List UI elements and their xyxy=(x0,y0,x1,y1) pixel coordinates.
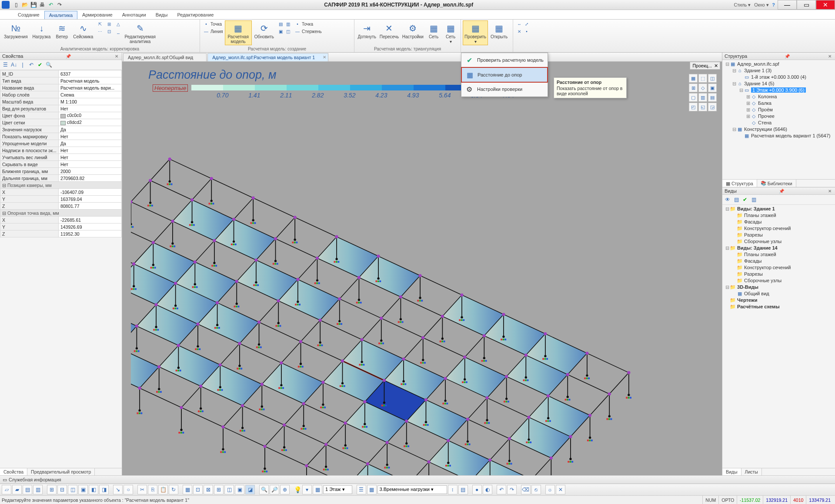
bb-btn[interactable]: ⊞ xyxy=(47,485,57,494)
menu-check-settings[interactable]: ⚙Настройки проверки xyxy=(461,82,548,97)
btn-intersect[interactable]: ✕Пересечь xyxy=(378,20,400,41)
model-canvas[interactable]: Расстояние до опор, м Неопертые0.701.412… xyxy=(122,62,722,475)
property-grid[interactable]: M_ID6337Тип видаРасчетная модельНазвание… xyxy=(0,70,122,468)
btn-load[interactable]: ↓Нагрузка xyxy=(30,20,53,41)
bb-btn[interactable]: ✕ xyxy=(556,485,565,494)
bb-btn[interactable]: ↘ xyxy=(113,485,123,494)
bb-btn[interactable]: ⊡ xyxy=(193,485,203,494)
grid-btn[interactable]: ▥ xyxy=(285,21,291,27)
bb-btn[interactable]: ◪ xyxy=(245,485,255,494)
bb-btn[interactable]: ▰ xyxy=(12,485,22,494)
small-btn[interactable]: △ xyxy=(114,20,123,27)
bb-btn[interactable]: ↻ xyxy=(169,485,178,494)
bb-btn[interactable]: ⎋ xyxy=(531,485,541,494)
bb-btn[interactable]: 📋 xyxy=(158,485,168,494)
vt-icon[interactable]: ▥ xyxy=(750,196,758,204)
bb-btn[interactable]: ▱ xyxy=(2,485,11,494)
close-panel-icon[interactable]: ✕ xyxy=(827,54,833,59)
service-info-bar[interactable]: ▭ Служебная информация xyxy=(0,475,835,484)
window-menu[interactable]: Окно ▾ xyxy=(754,2,768,7)
tab-edit[interactable]: Редактирование xyxy=(172,10,218,19)
btn-mesh[interactable]: ▦Сеть xyxy=(425,20,442,41)
pin-icon[interactable]: 📌 xyxy=(64,54,72,59)
projection-panel-header[interactable]: Проекц... ✕ xyxy=(690,62,720,70)
del-icon[interactable]: ✕ xyxy=(516,28,522,34)
bb-btn[interactable]: ◐ xyxy=(483,485,492,494)
tab-libraries[interactable]: 📚Библиотеки xyxy=(757,180,796,187)
bb-btn[interactable]: ▦ xyxy=(183,485,192,494)
qat-undo-icon[interactable]: ↶ xyxy=(47,1,55,9)
bb-btn[interactable]: ▦ xyxy=(313,485,322,494)
bb-btn[interactable]: ⎘ xyxy=(148,485,157,494)
bb-btn[interactable]: ↕ xyxy=(448,485,458,494)
structure-tree[interactable]: ⊟▦ Адлер_молл.ifc.spf⊟⌂ Здание 1 (3) ▭ 1… xyxy=(722,60,835,179)
floor-combo[interactable]: 1 Этаж ▾ xyxy=(323,485,352,494)
bb-btn[interactable]: ◨ xyxy=(99,485,109,494)
bb-btn[interactable]: ▣ xyxy=(235,485,244,494)
btn-calc-model[interactable]: ▦Расчетная модель xyxy=(225,20,252,45)
bb-btn[interactable]: ○ xyxy=(124,485,133,494)
vt-btn[interactable]: ⊞ xyxy=(689,83,698,92)
bb-btn[interactable]: ◫ xyxy=(224,485,234,494)
grid-btn[interactable]: ◫ xyxy=(285,28,291,34)
vt-eye-icon[interactable]: 👁 xyxy=(724,196,731,204)
btn-line[interactable]: ―Линия xyxy=(202,28,224,35)
btn-mesh-drop[interactable]: ▦Сеть ▾ xyxy=(442,20,459,45)
btn-point[interactable]: •Точка xyxy=(202,20,224,27)
small-btn[interactable]: ⊞ xyxy=(105,20,114,27)
tab-properties[interactable]: Свойства xyxy=(0,468,27,475)
btn-point2[interactable]: •Точка xyxy=(293,20,323,27)
btn-wind[interactable]: ≋Ветер xyxy=(53,20,70,41)
close-tab-icon[interactable]: ✕ xyxy=(323,55,326,60)
vt-btn[interactable]: ▤ xyxy=(708,93,717,102)
btn-editable-analytics[interactable]: ✎Редактируемая аналитика xyxy=(123,20,157,45)
style-menu[interactable]: Стиль ▾ xyxy=(734,2,751,7)
doc-tab[interactable]: Адлер_молл.ifc.spf:Общий вид xyxy=(123,53,207,61)
tab-structure[interactable]: ▦Структура xyxy=(722,180,757,187)
tab-reinforce[interactable]: Армирование xyxy=(77,10,117,19)
bb-btn[interactable]: ▦ xyxy=(367,485,377,494)
qat-redo-icon[interactable]: ↷ xyxy=(56,1,63,9)
vt-btn[interactable]: ▥ xyxy=(698,93,707,102)
bb-btn[interactable]: ⊕ xyxy=(280,485,290,494)
btn-seismic[interactable]: ∿Сейсмика xyxy=(71,20,95,41)
bb-btn[interactable]: ● xyxy=(472,485,482,494)
small-btn[interactable]: ⋯ xyxy=(96,28,104,35)
vt-icon[interactable]: ▤ xyxy=(732,196,740,204)
tab-create[interactable]: Создание xyxy=(13,10,44,19)
qat-new-icon[interactable]: ▯ xyxy=(12,1,20,9)
bb-btn[interactable]: ⌫ xyxy=(521,485,531,494)
tb-undo-icon[interactable]: ↶ xyxy=(27,61,35,69)
close-panel-icon[interactable]: ✕ xyxy=(827,189,833,194)
tab-preview[interactable]: Предварительный просмотр xyxy=(27,468,95,475)
btn-update[interactable]: ⟳Обновить xyxy=(252,20,276,41)
close-button[interactable]: ✕ xyxy=(816,0,835,10)
pin-icon[interactable]: 📌 xyxy=(783,54,791,59)
grid-btn[interactable]: ▣ xyxy=(278,28,284,34)
btn-open[interactable]: ▦Открыть xyxy=(488,20,510,41)
bb-btn[interactable]: ◫ xyxy=(68,485,77,494)
vt-btn[interactable]: ⬚ xyxy=(698,74,707,83)
bb-btn[interactable]: ▥ xyxy=(33,485,43,494)
bb-btn[interactable]: 🔎 xyxy=(270,485,279,494)
bb-btn[interactable]: ☼ xyxy=(545,485,555,494)
btn-settings[interactable]: ⚙Настройки xyxy=(401,20,425,41)
bb-btn[interactable]: ↶ xyxy=(497,485,506,494)
tb-cat-icon[interactable]: ☰ xyxy=(1,61,9,69)
tab-sheets[interactable]: Листы xyxy=(741,468,762,475)
scale-icon[interactable]: ⤢ xyxy=(524,21,530,27)
bb-btn[interactable]: ▤ xyxy=(23,485,32,494)
vt-btn[interactable]: ◇ xyxy=(698,83,707,92)
small-btn[interactable]: ⎯ xyxy=(114,28,123,35)
minimize-button[interactable]: — xyxy=(778,0,797,10)
views-tree[interactable]: ⊟📁 Виды: Здание 1 📁 Планы этажей 📁 Фасад… xyxy=(722,205,835,468)
tb-apply-icon[interactable]: ✔ xyxy=(36,61,44,69)
bb-btn[interactable]: ↷ xyxy=(507,485,517,494)
btn-extend[interactable]: ⇥Дотянуть xyxy=(356,20,377,41)
close-panel-icon[interactable]: ✕ xyxy=(114,54,120,59)
lamp-icon[interactable]: 💡 xyxy=(294,486,301,493)
btn-rod[interactable]: ―Стержень xyxy=(293,28,323,35)
btn-check[interactable]: ▦Проверить ▾ xyxy=(463,20,488,45)
small-btn[interactable]: ⊡ xyxy=(105,28,114,35)
bb-btn[interactable]: ◧ xyxy=(89,485,98,494)
